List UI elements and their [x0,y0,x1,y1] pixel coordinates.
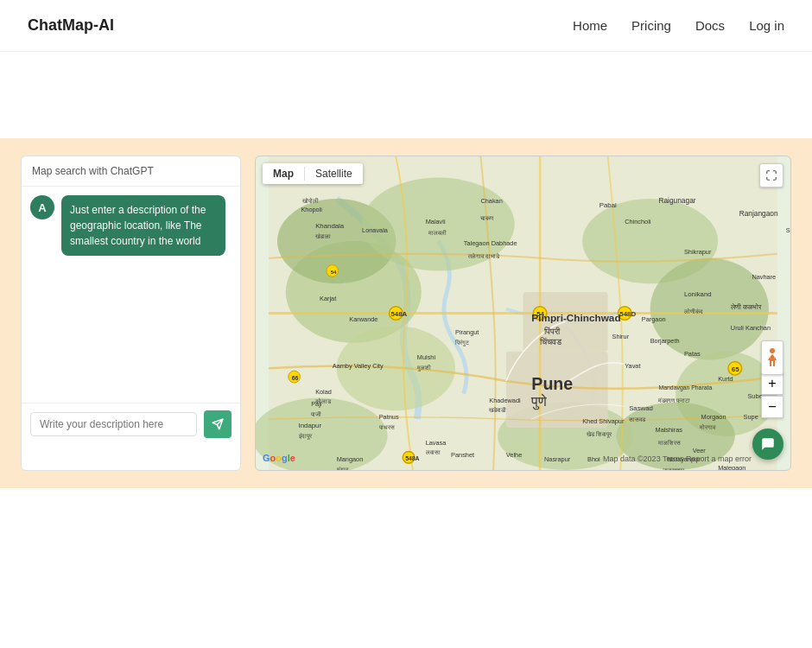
svg-text:54: 54 [331,270,337,275]
svg-text:Malavli: Malavli [426,218,446,226]
svg-text:Khed Shivapur: Khed Shivapur [582,417,625,425]
top-whitespace [0,52,812,138]
svg-text:खंडाळा: खंडाळा [314,233,331,239]
svg-text:Pirangut: Pirangut [455,328,479,336]
send-icon [212,418,224,430]
fullscreen-icon [765,169,777,181]
svg-point-105 [770,348,775,353]
svg-text:Indapur: Indapur [299,422,322,429]
map-zoom-in-button[interactable]: + [761,372,783,395]
chat-message-item: A Just enter a description of the geogra… [30,195,232,256]
svg-text:Aamby Valley City: Aamby Valley City [333,362,384,370]
svg-text:मंडवगण फराटा: मंडवगण फराटा [657,397,690,403]
svg-text:Pimpri-Chinchwad: Pimpri-Chinchwad [531,312,620,323]
svg-text:पिरंगुट: पिरंगुट [454,339,470,346]
svg-text:Chincholi: Chincholi [625,218,651,226]
svg-text:चिंचवड: चिंचवड [539,337,562,346]
map-zoom-out-button[interactable]: − [761,396,783,418]
svg-text:Chakan: Chakan [480,197,502,205]
svg-text:Paji: Paji [311,400,322,408]
main-area: Map search with ChatGPT A Just enter a d… [0,138,812,488]
svg-text:मंगाव: मंगाव [336,467,349,470]
svg-text:लेणी कळभोर: लेणी कळभोर [730,302,762,311]
chat-input-area [22,403,240,445]
svg-text:मुळशी: मुळशी [416,365,431,372]
chat-send-button[interactable] [204,410,232,438]
chat-input[interactable] [30,412,197,436]
nav-login[interactable]: Log in [749,18,784,33]
svg-text:Malshiras: Malshiras [656,426,683,434]
svg-text:लवासा: लवासा [425,449,441,455]
svg-text:खेड शिवापूर: खेड शिवापूर [586,430,612,438]
svg-text:Mandavgan Pharata: Mandavgan Pharata [658,384,712,391]
svg-text:लोणीकंद: लोणीकंद [683,308,703,314]
pegman-icon [766,347,778,368]
svg-text:Kolad: Kolad [315,388,332,396]
chat-bubble: Just enter a description of the geograph… [61,195,225,256]
nav-pricing[interactable]: Pricing [631,18,671,33]
svg-text:Saswad: Saswad [629,404,653,412]
svg-text:Yavat: Yavat [625,362,640,370]
svg-text:Lavasa: Lavasa [426,439,447,447]
svg-text:Ranjangaon: Ranjangaon [739,209,778,218]
map-tab-satellite[interactable]: Satellite [305,163,363,184]
map-zoom-controls: + − [761,372,783,418]
svg-text:Lonikand: Lonikand [684,290,712,298]
svg-text:548D: 548D [619,310,636,318]
svg-text:Khopoli: Khopoli [301,206,322,213]
nav-docs[interactable]: Docs [695,18,725,33]
google-logo: Google [263,453,295,463]
svg-text:Kurtd: Kurtd [718,375,733,383]
chat-fab-icon [760,436,776,452]
svg-text:पिंपरी: पिंपरी [543,327,561,336]
svg-text:पाथरस: पाथरस [378,424,395,430]
svg-text:Shirur: Shirur [612,333,630,340]
main-nav: Home Pricing Docs Log in [573,18,784,33]
svg-text:नारायणपूर: नारायणपूर [662,467,685,470]
bottom-whitespace [0,488,812,622]
svg-text:Raigunagar: Raigunagar [658,196,695,205]
svg-text:66: 66 [292,375,299,381]
svg-text:Mangaon: Mangaon [337,455,364,463]
svg-text:Supe: Supe [744,413,758,421]
svg-text:548A: 548A [390,310,407,318]
nav-home[interactable]: Home [573,18,607,33]
chat-messages: A Just enter a description of the geogra… [22,187,240,403]
map-tabs: Map Satellite [263,163,363,184]
svg-text:Shikrapur: Shikrapur [684,248,712,256]
avatar: A [30,195,54,219]
svg-text:Khandala: Khandala [315,222,345,230]
svg-text:Pargaon: Pargaon [642,315,666,323]
svg-text:पुणे: पुणे [530,393,547,410]
svg-text:Talegaon Dabhade: Talegaon Dabhade [464,239,517,247]
svg-text:Nasrapur: Nasrapur [544,455,571,463]
chat-header-label: Map search with ChatGPT [22,156,240,187]
svg-text:सासवड: सासवड [628,416,646,422]
map-panel: 54 548A 548D 65 548A Ranjangaon Shirur R… [255,156,791,471]
svg-text:Shirur: Shirur [786,226,790,234]
svg-text:तळेगाव दाभाडे: तळेगाव दाभाडे [467,252,500,259]
map-fullscreen-button[interactable] [759,163,783,187]
svg-text:Panshet: Panshet [451,451,474,459]
svg-text:Pune: Pune [531,374,573,393]
svg-text:Raigad Fort Natural Reserve: Raigad Fort Natural Reserve [413,468,493,470]
svg-text:Navhare: Navhare [752,273,776,281]
svg-text:Borjarpeth: Borjarpeth [650,337,680,345]
map-tab-map[interactable]: Map [263,163,304,184]
map-pegman-button[interactable] [761,340,783,375]
svg-text:Mulshi: Mulshi [417,353,436,361]
svg-text:Uruli Kanchan: Uruli Kanchan [731,324,771,332]
svg-text:Morgaon: Morgaon [701,413,726,421]
chat-fab-button[interactable] [752,429,783,460]
svg-text:Bhoi: Bhoi [587,455,600,463]
svg-text:चाकण: चाकण [479,215,494,221]
svg-text:Pabal: Pabal [599,201,617,209]
svg-text:65: 65 [732,365,739,373]
svg-text:खडेवाडी: खडेवाडी [488,406,506,413]
svg-text:Lonavala: Lonavala [362,226,389,234]
svg-text:मालवली: मालवली [428,230,447,236]
svg-text:माळशिरस: माळशिरस [657,439,681,446]
svg-text:खोपोली: खोपोली [301,197,319,204]
map-attribution: Map data ©2023 Terms Report a map error [603,454,752,463]
logo: ChatMap-AI [28,16,114,35]
